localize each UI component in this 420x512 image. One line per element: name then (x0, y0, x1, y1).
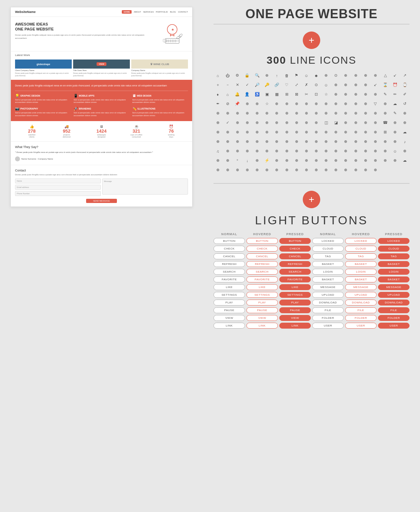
button-cell[interactable]: CLOUD (378, 246, 410, 252)
button-cell[interactable]: BASKET (312, 261, 344, 267)
button-cell[interactable]: MESSAGE (312, 284, 344, 290)
button-cell[interactable]: TAG (378, 253, 410, 259)
button-cell[interactable]: SETTINGS (279, 292, 311, 298)
button-cell[interactable]: SETTINGS (214, 292, 245, 298)
button-cell[interactable]: MESSAGE (378, 284, 410, 290)
button-cell[interactable]: TAG (345, 253, 377, 259)
button-cell[interactable]: LOGIN (312, 269, 344, 275)
button-cell[interactable]: PLAY (246, 300, 278, 306)
button-cell[interactable]: DOWNLOAD (345, 300, 377, 306)
button-cell[interactable]: LINK (246, 323, 278, 329)
button-cell[interactable]: LOGIN (378, 269, 410, 275)
button-cell[interactable]: FOLDER (378, 315, 410, 321)
button-cell[interactable]: BASKET (345, 261, 377, 267)
button-cell[interactable]: LOCKED (378, 238, 410, 244)
buttons-table: NORMAL HOVERED PRESSED NORMAL HOVERED PR… (214, 232, 410, 329)
icon-cell: 📌 (233, 100, 241, 108)
portfolio-thumb-3: ♛ WINE CLUB (131, 59, 188, 69)
service-desc-1: Sed ut perspeciatis unde omnis iste natu… (15, 99, 71, 104)
button-cell[interactable]: CLOUD (312, 246, 344, 252)
button-cell[interactable]: LINK (279, 323, 311, 329)
button-cell[interactable]: DOWNLOAD (312, 300, 344, 306)
button-cell[interactable]: FILE (378, 307, 410, 313)
stat-webpages: 🖥 1424 webpagesdesigned (85, 125, 118, 138)
icon-cell: ⊕ (391, 119, 399, 127)
button-cell[interactable]: BASKET (312, 276, 344, 282)
button-cell[interactable]: CANCEL (214, 253, 245, 259)
button-cell[interactable]: FAVORITE (279, 276, 311, 282)
icon-cell: ⊕ (342, 90, 350, 99)
button-cell[interactable]: LOCKED (345, 238, 377, 244)
icon-cell: ⊕ (322, 147, 330, 155)
button-cell[interactable]: LINK (214, 323, 245, 329)
button-cell[interactable]: BUTTON (246, 238, 278, 244)
form-message[interactable]: Message (102, 178, 188, 195)
form-submit-button[interactable]: SEND MESSAGE (86, 199, 117, 203)
button-cell[interactable]: UPLOAD (345, 292, 377, 298)
icon-cell: ⌚ (401, 81, 409, 89)
button-cell[interactable]: SETTINGS (246, 292, 278, 298)
mock-nav-home[interactable]: HOME (122, 10, 132, 14)
icon-cell: ⊕ (361, 100, 370, 108)
button-cell[interactable]: USER (345, 323, 377, 329)
button-cell[interactable]: VIEW (246, 315, 278, 321)
icon-cell: ⊕ (351, 138, 360, 146)
button-cell[interactable]: REFRESH (246, 261, 278, 267)
button-cell[interactable]: VIEW (214, 315, 245, 321)
button-cell[interactable]: SEARCH (214, 269, 245, 275)
icon-cell: ⊕ (381, 147, 390, 155)
button-cell[interactable]: FOLDER (312, 315, 344, 321)
icon-cell: ✎ (391, 109, 399, 118)
button-cell[interactable]: REFRESH (279, 261, 311, 267)
button-cell[interactable]: FOLDER (345, 315, 377, 321)
button-cell[interactable]: FAVORITE (246, 276, 278, 282)
button-cell[interactable]: FILE (345, 307, 377, 313)
button-cell[interactable]: USER (378, 323, 410, 329)
button-cell[interactable]: USER (312, 323, 344, 329)
svg-rect-14 (163, 39, 167, 42)
button-cell[interactable]: REFRESH (214, 261, 245, 267)
icon-cell: ⊕ (273, 166, 281, 174)
button-cell[interactable]: CLOUD (345, 246, 377, 252)
button-cell[interactable]: BASKET (378, 261, 410, 267)
button-cell[interactable]: BUTTON (214, 238, 245, 244)
button-cell[interactable]: CANCEL (279, 253, 311, 259)
icons-grid: ⌂⏻⚙🔒🔍⊕↑🗑⚑☺☻⊕⊙⊕⊕⊕⊕△↙↗＋－✕✓🔎🔑🔗♡⤢✗⊙☺⊕⊕⊕⊕↙⌛⏰⌚… (214, 71, 410, 174)
button-cell[interactable]: LOCKED (312, 238, 344, 244)
button-cell[interactable]: CANCEL (246, 253, 278, 259)
button-cell[interactable]: SEARCH (279, 269, 311, 275)
button-cell[interactable]: LIKE (214, 284, 245, 290)
button-cell[interactable]: SEARCH (246, 269, 278, 275)
button-row: VIEWVIEWVIEWFOLDERFOLDERFOLDER (214, 315, 410, 321)
button-cell[interactable]: TAG (312, 253, 344, 259)
stat-num-projects: 952 (50, 128, 84, 134)
button-cell[interactable]: PAUSE (279, 307, 311, 313)
form-email[interactable]: Email address (15, 185, 101, 190)
service-title-4: 📷PHOTOGRAPHY (15, 107, 71, 111)
button-cell[interactable]: PLAY (214, 300, 245, 306)
button-cell[interactable]: BASKET (345, 276, 377, 282)
col-header-2: PRESSED (279, 232, 311, 236)
button-cell[interactable]: UPLOAD (378, 292, 410, 298)
icon-cell: ⊕ (292, 109, 301, 118)
button-cell[interactable]: UPLOAD (312, 292, 344, 298)
button-cell[interactable]: CHECK (246, 246, 278, 252)
button-cell[interactable]: PLAY (279, 300, 311, 306)
button-cell[interactable]: LIKE (279, 284, 311, 290)
button-cell[interactable]: MESSAGE (345, 284, 377, 290)
button-cell[interactable]: DOWNLOAD (378, 300, 410, 306)
button-cell[interactable]: BASKET (378, 276, 410, 282)
button-cell[interactable]: PAUSE (246, 307, 278, 313)
button-cell[interactable]: LIKE (246, 284, 278, 290)
button-cell[interactable]: BUTTON (279, 238, 311, 244)
form-phone[interactable]: Phone Number (15, 191, 101, 196)
button-cell[interactable]: VIEW (279, 315, 311, 321)
form-name[interactable]: Name (15, 178, 101, 183)
icon-cell: ⊕ (351, 166, 360, 174)
button-cell[interactable]: CHECK (214, 246, 245, 252)
button-cell[interactable]: FILE (312, 307, 344, 313)
button-cell[interactable]: LOGIN (345, 269, 377, 275)
button-cell[interactable]: CHECK (279, 246, 311, 252)
button-cell[interactable]: PAUSE (214, 307, 245, 313)
button-cell[interactable]: FAVORITE (214, 276, 245, 282)
